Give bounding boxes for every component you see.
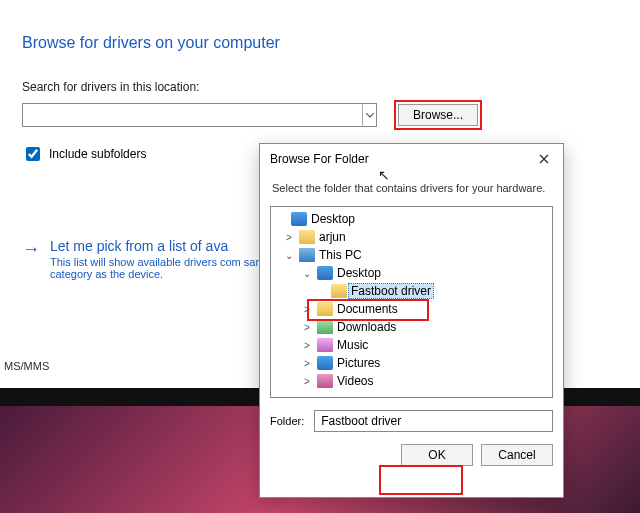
tree-item-arjun[interactable]: > arjun — [275, 228, 548, 246]
documents-icon — [317, 302, 333, 316]
tree-item-this-pc[interactable]: ⌄ This PC — [275, 246, 548, 264]
location-label: Search for drivers in this location: — [22, 80, 618, 94]
browse-button[interactable]: Browse... — [398, 104, 478, 126]
expander-icon[interactable]: > — [301, 340, 313, 351]
tree-item-pictures[interactable]: > Pictures — [275, 354, 548, 372]
expander-icon[interactable]: > — [301, 322, 313, 333]
browse-for-folder-dialog: Browse For Folder Select the folder that… — [259, 143, 564, 498]
expander-icon[interactable]: > — [301, 304, 313, 315]
tree-item-pc-desktop[interactable]: ⌄ Desktop — [275, 264, 548, 282]
page-title: Browse for drivers on your computer — [22, 34, 618, 52]
tree-item-fastboot-driver[interactable]: Fastboot driver — [275, 282, 548, 300]
ok-button[interactable]: OK — [401, 444, 473, 466]
expander-icon[interactable]: ⌄ — [283, 250, 295, 261]
tree-item-videos[interactable]: > Videos — [275, 372, 548, 390]
folder-field-label: Folder: — [270, 415, 304, 427]
pictures-icon — [317, 356, 333, 370]
tree-item-desktop-root[interactable]: Desktop — [275, 210, 548, 228]
tree-item-downloads[interactable]: > Downloads — [275, 318, 548, 336]
close-button[interactable] — [533, 148, 555, 170]
cancel-button[interactable]: Cancel — [481, 444, 553, 466]
folder-icon — [299, 230, 315, 244]
videos-icon — [317, 374, 333, 388]
music-icon — [317, 338, 333, 352]
tree-item-music[interactable]: > Music — [275, 336, 548, 354]
pc-icon — [299, 248, 315, 262]
folder-icon — [331, 284, 347, 298]
close-icon — [539, 154, 549, 164]
expander-icon[interactable]: > — [283, 232, 295, 243]
dialog-hint: Select the folder that contains drivers … — [260, 174, 563, 206]
expander-icon[interactable]: > — [301, 358, 313, 369]
downloads-icon — [317, 320, 333, 334]
include-subfolders-label: Include subfolders — [49, 147, 146, 161]
arrow-right-icon: → — [22, 240, 40, 258]
folder-tree[interactable]: Desktop > arjun ⌄ This PC ⌄ Desktop Fast… — [270, 206, 553, 398]
tree-item-documents[interactable]: > Documents — [275, 300, 548, 318]
expander-icon[interactable]: ⌄ — [301, 268, 313, 279]
dialog-title: Browse For Folder — [270, 152, 369, 166]
location-input[interactable] — [22, 103, 377, 127]
folder-name-input[interactable] — [314, 410, 553, 432]
include-subfolders-checkbox[interactable] — [26, 147, 40, 161]
expander-icon[interactable]: > — [301, 376, 313, 387]
desktop-icon — [291, 212, 307, 226]
desktop-icon — [317, 266, 333, 280]
chevron-down-icon[interactable] — [362, 104, 376, 126]
